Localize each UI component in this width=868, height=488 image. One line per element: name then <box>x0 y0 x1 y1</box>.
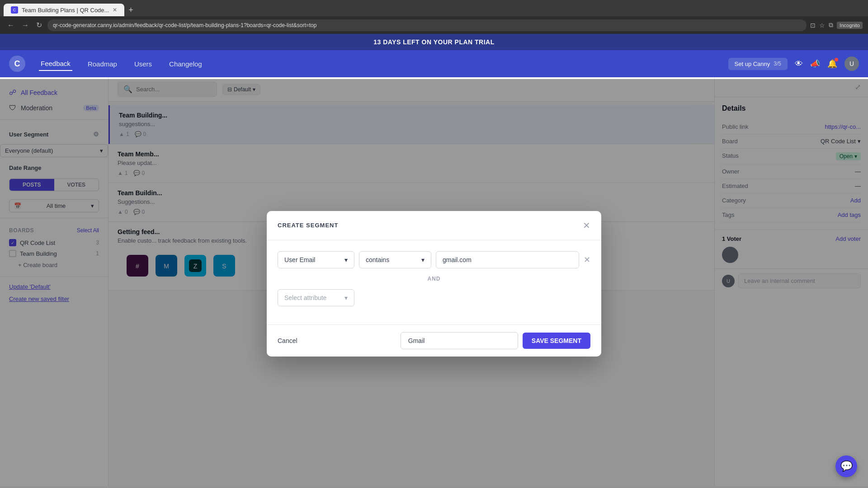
trial-banner: 13 DAYS LEFT ON YOUR PLAN TRIAL <box>0 34 868 50</box>
bookmark-icon[interactable]: ☆ <box>819 22 825 29</box>
nav-roadmap[interactable]: Roadmap <box>86 57 119 70</box>
cast-icon[interactable]: ⊡ <box>810 22 816 29</box>
condition-remove-button[interactable]: ✕ <box>584 255 590 265</box>
operator-select-chevron: ▾ <box>421 256 425 263</box>
reload-button[interactable]: ↻ <box>34 19 44 31</box>
setup-canny-button[interactable]: Set up Canny 3/5 <box>728 58 788 70</box>
attribute-select-value: User Email <box>284 256 315 263</box>
bell-icon-button[interactable]: 🔔 <box>827 59 837 69</box>
browser-tabs: C Team Building Plans | QR Code... ✕ + <box>0 0 868 16</box>
modal-close-button[interactable]: ✕ <box>583 220 590 231</box>
browser-nav-icons: ⊡ ☆ ⧉ Incognito <box>810 21 863 29</box>
address-bar-url: qr-code-generator.canny.io/admin/feedbac… <box>53 22 316 28</box>
new-tab-button[interactable]: + <box>124 4 137 16</box>
nav-users[interactable]: Users <box>132 57 154 70</box>
attribute-select-chevron: ▾ <box>344 256 348 263</box>
attribute-select[interactable]: User Email ▾ <box>278 251 354 268</box>
user-avatar[interactable]: U <box>844 56 859 71</box>
trial-banner-text: 13 DAYS LEFT ON YOUR PLAN TRIAL <box>373 38 495 46</box>
operator-select-value: contains <box>366 256 389 263</box>
select-attribute-chevron: ▾ <box>344 294 348 301</box>
create-segment-modal: CREATE SEGMENT ✕ User Email ▾ contains ▾… <box>267 211 601 357</box>
svg-text:C: C <box>14 59 20 68</box>
nav-feedback[interactable]: Feedback <box>39 57 72 71</box>
back-button[interactable]: ← <box>5 19 16 31</box>
modal-body: User Email ▾ contains ▾ ✕ AND Select att… <box>267 240 601 324</box>
modal-footer-right: SAVE SEGMENT <box>401 332 590 349</box>
announce-icon-button[interactable]: 📣 <box>810 59 820 69</box>
browser-nav: ← → ↻ qr-code-generator.canny.io/admin/f… <box>0 16 868 34</box>
browser-chrome: C Team Building Plans | QR Code... ✕ + ←… <box>0 0 868 34</box>
segment-name-input[interactable] <box>401 332 518 349</box>
setup-canny-label: Set up Canny <box>735 61 770 67</box>
modal-footer: Cancel SAVE SEGMENT <box>267 324 601 357</box>
modal-header: CREATE SEGMENT ✕ <box>267 211 601 240</box>
tab-title: Team Building Plans | QR Code... <box>22 7 109 14</box>
top-nav: C Feedback Roadmap Users Changelog Set u… <box>0 50 868 77</box>
forward-button[interactable]: → <box>20 19 31 31</box>
operator-select[interactable]: contains ▾ <box>359 251 431 268</box>
condition-row-2: Select attribute ▾ <box>278 289 590 306</box>
condition-value-input[interactable] <box>436 251 579 268</box>
setup-progress: 3/5 <box>774 61 781 67</box>
modal-title: CREATE SEGMENT <box>278 222 338 229</box>
select-attribute-button[interactable]: Select attribute ▾ <box>278 289 354 306</box>
chat-button[interactable]: 💬 <box>835 455 857 477</box>
notification-dot <box>835 58 838 61</box>
extension-icon[interactable]: ⧉ <box>829 21 833 29</box>
cancel-button[interactable]: Cancel <box>278 333 297 348</box>
tab-close-button[interactable]: ✕ <box>113 7 117 13</box>
canny-logo[interactable]: C <box>9 56 25 72</box>
nav-changelog[interactable]: Changelog <box>167 57 204 70</box>
and-divider: AND <box>278 276 590 282</box>
save-segment-button[interactable]: SAVE SEGMENT <box>523 333 590 349</box>
condition-row-1: User Email ▾ contains ▾ ✕ <box>278 251 590 268</box>
address-bar[interactable]: qr-code-generator.canny.io/admin/feedbac… <box>47 19 807 31</box>
modal-overlay[interactable]: CREATE SEGMENT ✕ User Email ▾ contains ▾… <box>0 79 868 488</box>
incognito-label: Incognito <box>837 22 863 29</box>
top-nav-right: Set up Canny 3/5 👁 📣 🔔 U <box>728 56 859 71</box>
tab-favicon: C <box>11 6 18 14</box>
active-tab[interactable]: C Team Building Plans | QR Code... ✕ <box>4 4 124 16</box>
select-attribute-label: Select attribute <box>284 294 326 301</box>
view-icon-button[interactable]: 👁 <box>795 59 803 69</box>
